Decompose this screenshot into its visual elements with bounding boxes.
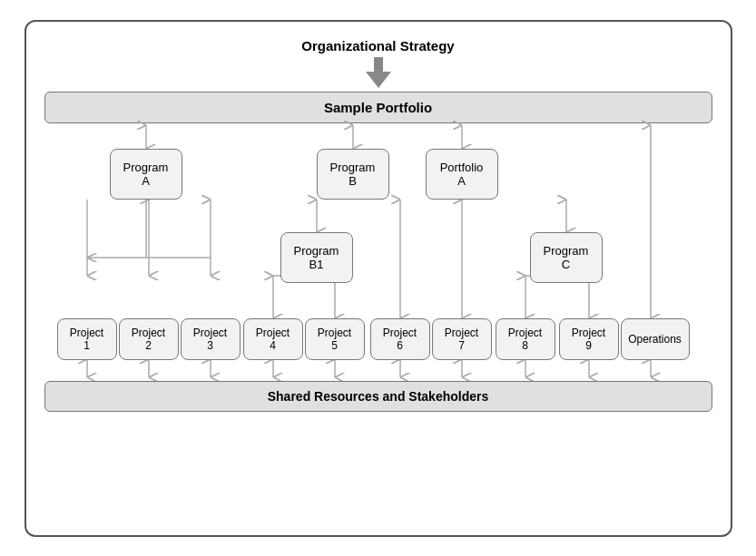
operations-node: Operations (621, 318, 690, 360)
project-8-node: Project 8 (496, 318, 555, 360)
org-strategy-label: Organizational Strategy (301, 38, 454, 54)
project-1-node: Project 1 (57, 318, 117, 360)
nodes-container: Program A Program B Portfolio A Program … (44, 123, 712, 522)
project-2-node: Project 2 (119, 318, 179, 360)
program-c-node: Program C (530, 232, 603, 283)
program-a-sublabel: A (142, 174, 150, 188)
project-3-node: Project 3 (181, 318, 241, 360)
portfolio-a-sublabel: A (457, 174, 466, 188)
program-a-label: Program (123, 161, 169, 174)
project-7-node: Project 7 (432, 318, 492, 360)
project-4-node: Project 4 (243, 318, 303, 360)
diagram-content: Program A Program B Portfolio A Program … (44, 123, 712, 522)
program-b1-label: Program (294, 244, 339, 258)
program-b-node: Program B (317, 149, 389, 200)
portfolio-a-node: Portfolio A (426, 149, 498, 200)
project-9-node: Project 9 (559, 318, 619, 360)
diagram-container: Organizational Strategy Sample Portfolio (25, 20, 732, 537)
project-5-node: Project 5 (305, 318, 365, 360)
portfolio-bar: Sample Portfolio (44, 92, 712, 123)
program-c-label: Program (544, 244, 589, 258)
strategy-arrow (366, 57, 391, 88)
portfolio-a-label: Portfolio (440, 161, 484, 174)
program-b1-sublabel: B1 (309, 258, 324, 271)
program-b-label: Program (330, 161, 376, 174)
shared-resources-bar: Shared Resources and Stakeholders (44, 381, 712, 412)
project-6-node: Project 6 (370, 318, 430, 360)
program-b-sublabel: B (349, 174, 357, 188)
program-a-node: Program A (110, 149, 182, 200)
program-b1-node: Program B1 (280, 232, 353, 283)
program-c-sublabel: C (562, 258, 570, 271)
